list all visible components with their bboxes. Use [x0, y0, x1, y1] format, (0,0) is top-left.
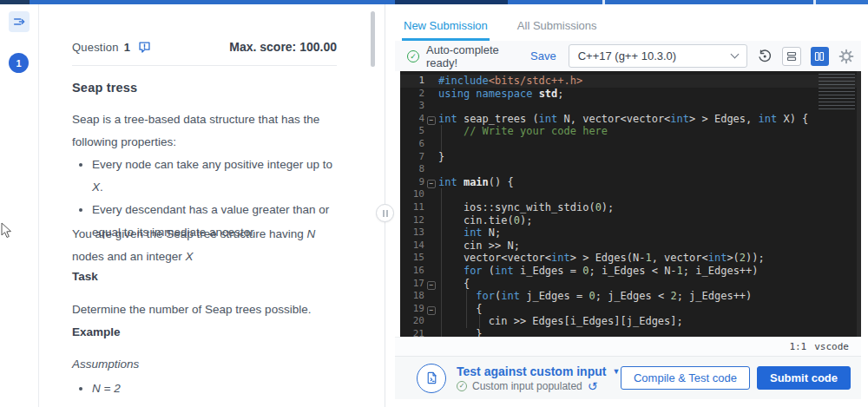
refresh-icon[interactable]: ↺: [588, 380, 598, 392]
fold-marker-icon[interactable]: −: [424, 303, 438, 316]
task-text: Determine the number of Seap trees possi…: [72, 299, 350, 321]
gear-icon: [838, 49, 854, 64]
submission-panel: New Submission All Submissions ✓ Auto-co…: [395, 4, 868, 407]
mouse-cursor: [1, 222, 12, 239]
editor-toolbar: ✓ Auto-complete ready! Save C++17 (g++ 1…: [395, 41, 861, 71]
code-line[interactable]: 11 ios::sync_with_stdio(0);: [400, 201, 861, 214]
fold-marker-icon[interactable]: −: [424, 113, 438, 126]
language-select[interactable]: C++17 (g++ 10.3.0): [569, 44, 748, 68]
code-line[interactable]: 16 for (int i_Edges = 0; i_Edges < N-1; …: [400, 265, 861, 278]
editor-mode: vscode: [814, 341, 849, 352]
question-label: Question: [72, 41, 119, 54]
code-editor[interactable]: 1#include<bits/stdc++.h>2using namespace…: [400, 71, 861, 337]
code-line[interactable]: 12 cin.tie(0);: [400, 214, 861, 227]
editor-statusbar: 1:1 vscode: [395, 337, 861, 356]
code-line[interactable]: 17− {: [400, 278, 861, 291]
tab-new-submission[interactable]: New Submission: [402, 19, 490, 41]
line-number: 10: [400, 188, 424, 201]
action-bar: Test against custom input ▼ ✓ Custom inp…: [395, 356, 861, 399]
check-icon: ✓: [457, 381, 467, 391]
code-line[interactable]: 21 }: [400, 328, 861, 337]
question-scrollbar[interactable]: [371, 11, 375, 67]
code-line[interactable]: 7}: [400, 151, 861, 164]
line-number: 12: [400, 214, 424, 227]
line-number: 9: [400, 176, 424, 189]
line-number: 15: [400, 252, 424, 265]
task-heading: Task: [72, 270, 98, 283]
line-number: 21: [400, 328, 424, 337]
compile-test-button[interactable]: Compile & Test code: [621, 366, 750, 390]
collapse-sidebar-button[interactable]: [9, 11, 30, 32]
line-number: 3: [400, 100, 424, 113]
autocomplete-check-icon: ✓: [407, 50, 419, 62]
line-number: 20: [400, 315, 424, 328]
chevron-down-icon: [731, 50, 740, 59]
tab-all-submissions[interactable]: All Submissions: [516, 19, 599, 41]
editor-scrollbar[interactable]: [857, 71, 861, 337]
split-columns-icon: [814, 51, 825, 62]
header-divider: [72, 65, 337, 66]
indent-guide: [479, 315, 480, 328]
question-panel: Question 1 Max. score: 100.00 Seap tress…: [40, 4, 385, 407]
line-number: 4: [400, 113, 424, 126]
code-line[interactable]: 3: [400, 100, 861, 113]
indent-guide: [441, 188, 442, 337]
line-number: 16: [400, 265, 424, 278]
code-line[interactable]: 15 vector<vector<int> > Edges(N-1, vecto…: [400, 252, 861, 265]
editor-settings-button[interactable]: [838, 49, 854, 64]
code-line[interactable]: 19− {: [400, 303, 861, 316]
split-rows-icon: [786, 51, 797, 62]
autocomplete-status: Auto-complete ready!: [426, 43, 530, 69]
line-number: 6: [400, 138, 424, 151]
question-nav-item-1[interactable]: 1: [9, 53, 29, 73]
line-number: 19: [400, 303, 424, 316]
code-line[interactable]: 20 cin >> Edges[i_Edges][j_Edges];: [400, 315, 861, 328]
question-title: Seap tress: [72, 81, 137, 95]
line-number: 1: [400, 75, 424, 88]
cursor-position: 1:1: [789, 341, 806, 352]
fold-marker-icon[interactable]: −: [424, 176, 438, 189]
question-intro: Seap is a tree-based data structure that…: [72, 108, 350, 154]
horizontal-split-button[interactable]: [782, 47, 800, 66]
panel-resize-handle[interactable]: [376, 204, 394, 222]
app-root: 1 Question 1 Max. score: 100.00 Seap tre…: [0, 0, 868, 407]
code-line[interactable]: 6: [400, 138, 861, 151]
submit-code-button[interactable]: Submit code: [757, 366, 851, 390]
code-line[interactable]: 14 cin >> N;: [400, 240, 861, 253]
assumptions-label: Assumptions: [72, 353, 139, 376]
code-line[interactable]: 2using namespace std;: [400, 88, 861, 101]
assumptions-list: N = 2: [72, 377, 343, 400]
example-heading: Example: [72, 325, 121, 338]
custom-input-button[interactable]: [417, 364, 446, 393]
minimap[interactable]: [819, 74, 855, 112]
caret-down-icon: ▼: [612, 367, 620, 376]
line-number: 14: [400, 240, 424, 253]
code-line[interactable]: 18 for(int j_Edges = 0; j_Edges < 2; j_E…: [400, 290, 861, 303]
code-line[interactable]: 1#include<bits/stdc++.h>: [400, 75, 861, 88]
collapse-sidebar-icon: [12, 15, 26, 29]
code-line[interactable]: 13 int N;: [400, 226, 861, 240]
code-line[interactable]: 4−int seap_trees (int N, vector<vector<i…: [400, 113, 861, 126]
report-question-icon[interactable]: [138, 41, 151, 54]
question-rail: 1: [0, 4, 39, 407]
line-number: 13: [400, 226, 424, 240]
fold-marker-icon[interactable]: −: [424, 278, 438, 291]
max-score: Max. score: 100.00: [229, 40, 337, 54]
vertical-split-button[interactable]: [811, 47, 829, 66]
code-line[interactable]: 8: [400, 163, 861, 176]
list-item: Every node can take any positive integer…: [92, 154, 343, 199]
save-button[interactable]: Save: [530, 49, 556, 62]
code-file-icon: [424, 371, 439, 385]
line-number: 11: [400, 201, 424, 214]
line-number: 18: [400, 290, 424, 303]
question-nav-number: 1: [16, 58, 21, 69]
language-value: C++17 (g++ 10.3.0): [578, 49, 676, 62]
code-line[interactable]: 10: [400, 188, 861, 201]
code-line[interactable]: 5 // Write your code here: [400, 125, 861, 138]
code-line[interactable]: 9−int main() {: [400, 176, 861, 189]
history-icon: [757, 49, 773, 64]
question-given: You are given the Seap tree structure ha…: [72, 223, 350, 268]
test-against-custom-input[interactable]: Test against custom input ▼: [457, 364, 620, 378]
list-item: N = 2: [92, 377, 343, 400]
history-button[interactable]: [757, 49, 773, 64]
